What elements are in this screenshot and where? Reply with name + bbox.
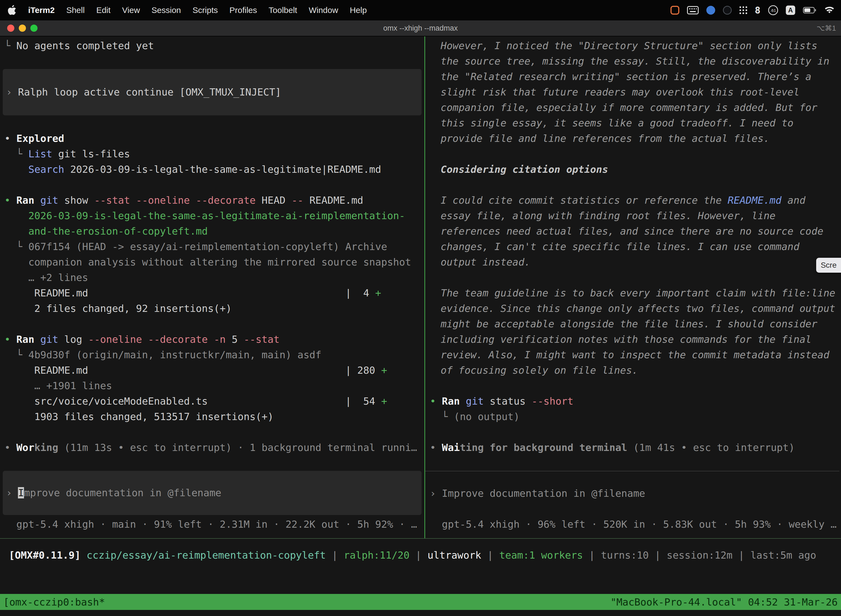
command-input[interactable]: › Improve documentation in @filename [3,471,422,515]
text-run: ting for background terminal [460,442,627,453]
left-pane[interactable]: └ No agents completed yet› Ralph loop ac… [0,37,424,538]
model-status: gpt-5.4 xhigh · main · 91% left · 2.31M … [0,517,424,532]
text-run [4,164,28,175]
close-button[interactable] [7,25,14,32]
zoom-button[interactable] [30,25,38,32]
dots-grid-icon[interactable] [740,6,747,14]
terminal-line: changes, I can't cite specific file line… [425,239,841,254]
dark-app-icon[interactable] [723,6,732,15]
text-run: README.md | 280 [4,365,381,376]
text-run: I could cite commit statistics or refere… [441,195,728,206]
text-run: git ls-files [52,148,130,160]
text-run [208,334,214,345]
tmux-session-label[interactable]: [omx-cczip0:bash* [3,596,105,608]
terminal-content: └ No agents completed yet› Ralph loop ac… [0,37,841,538]
terminal-line: I could cite commit statistics or refere… [425,193,841,208]
terminal-line: and-the-erosion-of-copyleft.md [0,224,424,239]
blank-line [425,424,841,440]
menu-item-iterm2[interactable]: iTerm2 [28,6,55,15]
text-run: 1903 files changed, 513517 insertions(+) [4,411,273,422]
text-run: --oneline --decorate [88,334,208,345]
blue-app-icon[interactable] [706,6,715,15]
text-run: provide file and line references from th… [441,133,769,144]
menu-item-edit[interactable]: Edit [96,6,111,15]
menu-item-scripts[interactable]: Scripts [193,6,218,15]
text-run: output instead. [441,257,530,268]
text-run: + [381,365,387,376]
command-input[interactable]: › Improve documentation in @filename [425,471,840,515]
menu-item-profiles[interactable]: Profiles [229,6,257,15]
text-run: changes, I can't cite specific file line… [441,241,799,252]
text-run: references need actual files, and since … [441,226,823,237]
text-run [460,396,466,407]
text-run: the source tree, missing the essay. Stil… [441,56,829,67]
menu-item-toolbelt[interactable]: Toolbelt [269,6,297,15]
minimize-button[interactable] [19,25,26,32]
text-run: review. Also, I might want to inspect th… [441,349,829,361]
text-run: └ [4,241,28,252]
terminal-line: 1903 files changed, 513517 insertions(+) [0,409,424,424]
overlay-label: Scre [820,261,837,270]
terminal-line: of focusing solely on file lines. [425,363,841,378]
terminal-line: evidence. Since this change only affects… [425,301,841,316]
screen-recording-indicator-icon[interactable] [671,6,679,15]
text-run: src/voice/voiceModeEnabled.ts | 54 [4,396,381,407]
text-run: and-the-erosion-of-copyleft.md [4,226,208,237]
menu-item-view[interactable]: View [122,6,140,15]
text-run: evidence. Since this change only affects… [441,303,835,314]
blank-line [425,177,841,193]
text-run: (no output) [454,411,520,422]
text-run: git [40,195,58,206]
battery-gauge-icon[interactable]: .61 [768,5,778,15]
blank-line [0,455,424,471]
ralph-loop-banner[interactable]: › Ralph loop active continue [OMX_TMUX_I… [3,69,422,115]
terminal-line: 2026-03-09-is-legal-the-same-as-legitima… [0,208,424,224]
terminal-line: README.md | 280 + [0,363,424,378]
terminal-line: this single essay, it seems like a good … [425,115,841,131]
text-run: Wor [16,442,34,453]
menu-item-window[interactable]: Window [309,6,338,15]
figure-eight-icon[interactable]: 8 [755,5,760,16]
text-run: king [34,442,58,453]
input-source-icon[interactable]: A [786,6,795,15]
text-run: team:1 workers [499,550,583,561]
blank-line [0,115,424,131]
text-run: › Improve documentation in @filename [430,488,645,499]
keyboard-icon[interactable] [687,6,699,14]
wifi-icon[interactable] [824,6,835,14]
window-title: omx --xhigh --madmax [383,24,458,32]
window-title-bar[interactable]: omx --xhigh --madmax ⌥⌘1 [0,21,841,37]
battery-icon[interactable] [803,7,816,13]
waiting-status: • Waiting for background terminal (1m 41… [425,440,841,455]
menu-item-shell[interactable]: Shell [66,6,85,15]
text-run: I [18,487,24,499]
text-run: … +2 lines [4,272,88,283]
text-run: Wai [442,442,460,453]
desktop: iTerm2ShellEditViewSessionScriptsProfile… [0,0,841,616]
text-run: • [430,442,442,453]
blank-line [0,54,424,69]
text-run: However, I noticed the "Directory Struct… [441,40,817,51]
macos-menu-bar: iTerm2ShellEditViewSessionScriptsProfile… [0,0,841,21]
tmux-status-bar: [omx-cczip0:bash* "MacBook-Pro-44.local"… [0,594,841,610]
text-run: Ralph loop active continue [OMX_TMUX_INJ… [18,87,281,98]
window-shortcut-hint: ⌥⌘1 [817,24,836,32]
text-run: mprove documentation in @filename [24,487,221,499]
text-run: Considering citation options [441,164,608,175]
text-run: | [481,550,499,561]
menu-item-session[interactable]: Session [151,6,181,15]
text-run: └ [4,148,28,160]
terminal-line: └ No agents completed yet [0,38,424,54]
text-run: turns:10 [601,550,649,561]
menu-item-help[interactable]: Help [350,6,367,15]
text-run: | [649,550,667,561]
text-run: cczip/essay/ai-reimplementation-copyleft [86,550,326,561]
terminal-line: provide file and line references from th… [425,131,841,146]
text-run: + [381,396,387,407]
text-run: › [6,87,18,98]
screen-sharing-overlay[interactable]: Scre [816,258,841,273]
text-run: last:5m ago [750,550,816,561]
apple-menu-icon[interactable] [7,5,16,16]
text-run: Ran [16,334,34,345]
right-pane[interactable]: However, I noticed the "Directory Struct… [425,37,841,538]
